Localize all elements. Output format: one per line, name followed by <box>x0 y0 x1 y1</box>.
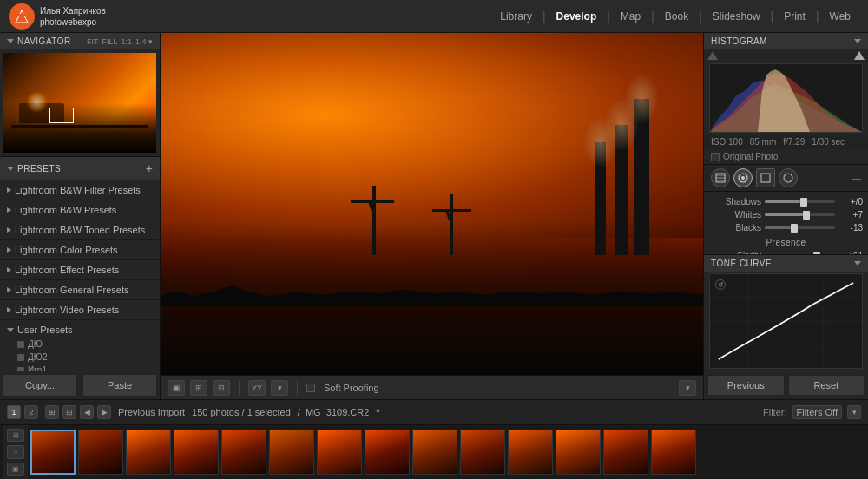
filmstrip-thumb-7[interactable] <box>317 430 362 475</box>
nav-print[interactable]: Print <box>775 7 814 26</box>
filter-value[interactable]: Filters Off <box>792 405 842 419</box>
logo-icon[interactable] <box>9 3 35 30</box>
presets-header-left[interactable]: Presets <box>7 164 61 174</box>
shadow-warning-icon[interactable] <box>707 51 718 60</box>
preset-group-video-header[interactable]: Lightroom Video Presets <box>0 302 160 318</box>
loupe-view-button[interactable]: ⊟ <box>62 405 76 419</box>
nav-sep-1: | <box>542 10 546 23</box>
view-survey-button[interactable]: ⊟ <box>213 380 230 396</box>
filmstrip-thumb-5[interactable] <box>221 430 266 475</box>
nav-fit[interactable]: FIT <box>87 37 99 46</box>
filmstrip-thumb-12[interactable] <box>556 430 601 475</box>
main-photo <box>161 33 703 375</box>
presets-add-button[interactable]: + <box>146 161 153 175</box>
preset-group-general-header[interactable]: Lightroom General Presets <box>0 282 160 298</box>
preset-group-bw-header[interactable]: Lightroom B&W Presets <box>0 202 160 218</box>
whites-label: Whites <box>709 210 761 220</box>
nav-web[interactable]: Web <box>821 7 859 26</box>
filmstrip-thumb-4[interactable] <box>174 430 219 475</box>
preset-group-bwfilter: Lightroom B&W Filter Presets <box>0 180 160 200</box>
preset-group-user-header[interactable]: User Presets <box>0 322 160 338</box>
preset-item-label: ДЮ2 <box>28 352 47 362</box>
filmstrip-thumb-2[interactable] <box>78 430 123 475</box>
filmstrip-thumb-1[interactable] <box>30 430 76 475</box>
color-picker-button[interactable]: YY <box>248 380 266 396</box>
crop-tool[interactable] <box>711 168 730 187</box>
preset-group-bwtoned-header[interactable]: Lightroom B&W Toned Presets <box>0 222 160 238</box>
toolbar-separator <box>239 381 240 395</box>
whites-value: +7 <box>838 210 863 220</box>
soft-proofing-checkbox[interactable] <box>306 384 315 392</box>
navigator-header[interactable]: Navigator FIT FILL 1:1 1:4 ▾ <box>0 33 160 49</box>
filmstrip-thumb-13[interactable] <box>603 430 648 475</box>
preset-item-igr1[interactable]: Игр1 <box>0 364 160 371</box>
filter-label: Filter: <box>763 407 787 417</box>
preset-group-effect: Lightroom Effect Presets <box>0 260 160 280</box>
nav-book[interactable]: Book <box>656 7 697 26</box>
view-single-button[interactable]: ▣ <box>168 380 185 396</box>
nav-develop[interactable]: Develop <box>548 7 606 26</box>
strip-grid-btn[interactable]: ⊞ <box>7 429 24 442</box>
tone-curve-header[interactable]: Tone Curve <box>704 255 868 272</box>
nav-slideshow[interactable]: Slideshow <box>704 7 769 26</box>
left-panel: Navigator FIT FILL 1:1 1:4 ▾ <box>0 33 161 399</box>
navigator-section: Navigator FIT FILL 1:1 1:4 ▾ <box>0 33 160 157</box>
nav-1to1[interactable]: 1:1 <box>121 37 132 46</box>
preset-group-effect-header[interactable]: Lightroom Effect Presets <box>0 262 160 278</box>
preset-group-bwfilter-header[interactable]: Lightroom B&W Filter Presets <box>0 182 160 198</box>
svg-marker-0 <box>16 10 28 23</box>
photo-filename[interactable]: /_MG_3109.CR2 <box>298 407 370 417</box>
adjustment-brush-tool[interactable] <box>733 168 753 187</box>
preset-group-label: Lightroom B&W Presets <box>15 205 116 215</box>
filmstrip-thumb-10[interactable] <box>460 430 505 475</box>
filmstrip-thumb-6[interactable] <box>269 430 314 475</box>
blacks-slider[interactable] <box>765 226 835 229</box>
whites-slider[interactable] <box>765 213 835 216</box>
radial-filter-tool[interactable] <box>779 168 798 187</box>
page-1-button[interactable]: 1 <box>7 405 21 419</box>
tone-curve-reset-icon[interactable]: ↺ <box>715 279 726 290</box>
next-nav-button[interactable]: ▶ <box>97 405 111 419</box>
nav-map[interactable]: Map <box>612 7 649 26</box>
tool-panel-toggle[interactable]: — <box>852 174 861 183</box>
histogram-header[interactable]: Histogram <box>704 33 868 49</box>
view-compare-button[interactable]: ⊞ <box>190 380 207 396</box>
paste-button[interactable]: Paste <box>82 374 157 397</box>
page-2-button[interactable]: 2 <box>24 405 38 419</box>
toolbar-dropdown[interactable]: ▾ <box>679 380 696 396</box>
filter-dropdown[interactable]: ▾ <box>847 405 861 419</box>
original-photo-checkbox[interactable] <box>711 153 720 161</box>
filmstrip-thumb-14[interactable] <box>651 430 696 475</box>
copy-button[interactable]: Copy... <box>3 374 77 397</box>
reset-button[interactable]: Reset <box>788 375 865 396</box>
preset-item-dyu2[interactable]: ДЮ2 <box>0 351 160 364</box>
nav-fill[interactable]: FILL <box>102 37 117 46</box>
grid-view-button[interactable]: ⊞ <box>45 405 59 419</box>
nav-1to4[interactable]: 1:4 ▾ <box>135 37 153 46</box>
right-panel: Histogram <box>703 33 868 399</box>
graduated-filter-tool[interactable] <box>756 168 775 187</box>
highlight-warning-icon[interactable] <box>854 51 865 60</box>
filename-dropdown[interactable]: ▾ <box>376 406 388 418</box>
histogram-section: Histogram <box>704 33 868 165</box>
original-photo-label: Original Photo <box>723 152 778 161</box>
filmstrip-thumb-3[interactable] <box>126 430 171 475</box>
filmstrip-thumb-8[interactable] <box>365 430 410 475</box>
prev-nav-button[interactable]: ◀ <box>80 405 94 419</box>
strip-compare-btn[interactable]: ▣ <box>7 463 24 476</box>
iso-value: ISO 100 <box>711 137 743 147</box>
filmstrip-thumb-9[interactable] <box>412 430 457 475</box>
nav-viewport-rect <box>49 108 74 123</box>
preset-group-bw: Lightroom B&W Presets <box>0 200 160 220</box>
nav-library[interactable]: Library <box>491 7 541 26</box>
strip-loupe-btn[interactable]: ○ <box>7 445 24 458</box>
navigator-chevron <box>7 39 14 43</box>
shadows-slider[interactable] <box>765 200 835 203</box>
presets-title: Presets <box>17 164 61 174</box>
preset-item-dyu[interactable]: ДЮ <box>0 338 160 351</box>
preset-group-chevron <box>7 287 11 292</box>
preset-group-color-header[interactable]: Lightroom Color Presets <box>0 242 160 258</box>
histogram-button[interactable]: ▾ <box>271 380 288 396</box>
filmstrip-thumb-11[interactable] <box>508 430 553 475</box>
previous-button[interactable]: Previous <box>707 375 785 396</box>
